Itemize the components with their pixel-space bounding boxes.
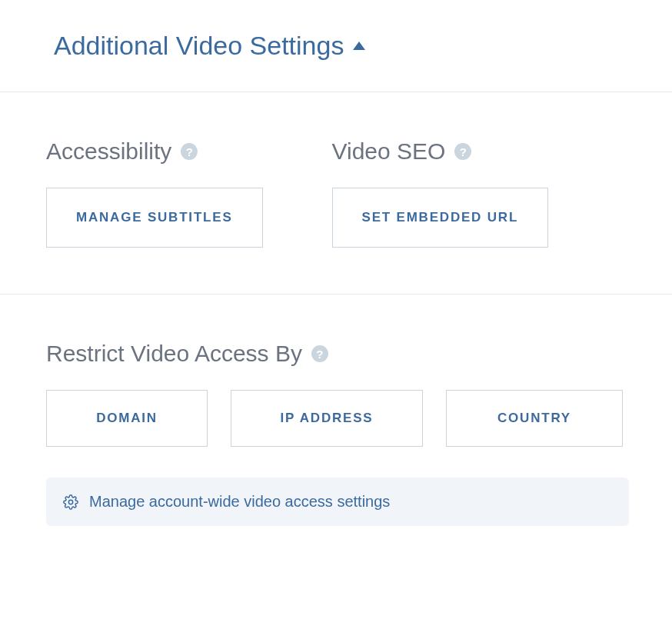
restrict-access-heading: Restrict Video Access By ? [46, 341, 328, 367]
collapse-up-icon [353, 42, 365, 50]
help-icon[interactable]: ? [311, 345, 328, 362]
restrict-buttons-row: DOMAIN IP ADDRESS COUNTRY [46, 390, 626, 447]
manage-subtitles-button[interactable]: MANAGE SUBTITLES [46, 188, 263, 248]
manage-account-wide-settings-text: Manage account-wide video access setting… [89, 493, 390, 511]
restrict-ip-button[interactable]: IP ADDRESS [231, 390, 423, 447]
gear-icon [63, 494, 78, 510]
page-title-text: Additional Video Settings [54, 31, 344, 61]
restrict-access-section: Restrict Video Access By ? DOMAIN IP ADD… [0, 295, 672, 557]
accessibility-column: Accessibility ? MANAGE SUBTITLES [46, 138, 263, 248]
set-embedded-url-button[interactable]: SET EMBEDDED URL [332, 188, 549, 248]
help-icon[interactable]: ? [454, 143, 471, 160]
video-seo-heading-text: Video SEO [332, 138, 446, 165]
accessibility-heading: Accessibility ? [46, 138, 263, 165]
restrict-domain-button[interactable]: DOMAIN [46, 390, 208, 447]
manage-account-wide-settings-link[interactable]: Manage account-wide video access setting… [46, 478, 629, 526]
restrict-access-heading-text: Restrict Video Access By [46, 341, 302, 367]
settings-page: Additional Video Settings Accessibility … [0, 0, 672, 557]
restrict-country-button[interactable]: COUNTRY [446, 390, 623, 447]
help-icon[interactable]: ? [181, 143, 198, 160]
accessibility-heading-text: Accessibility [46, 138, 171, 165]
video-seo-column: Video SEO ? SET EMBEDDED URL [332, 138, 549, 248]
svg-point-0 [68, 500, 72, 504]
accessibility-seo-section: Accessibility ? MANAGE SUBTITLES Video S… [0, 92, 672, 295]
video-seo-heading: Video SEO ? [332, 138, 549, 165]
additional-video-settings-toggle[interactable]: Additional Video Settings [54, 31, 365, 61]
header-section: Additional Video Settings [0, 0, 672, 92]
two-column-row: Accessibility ? MANAGE SUBTITLES Video S… [46, 138, 626, 248]
